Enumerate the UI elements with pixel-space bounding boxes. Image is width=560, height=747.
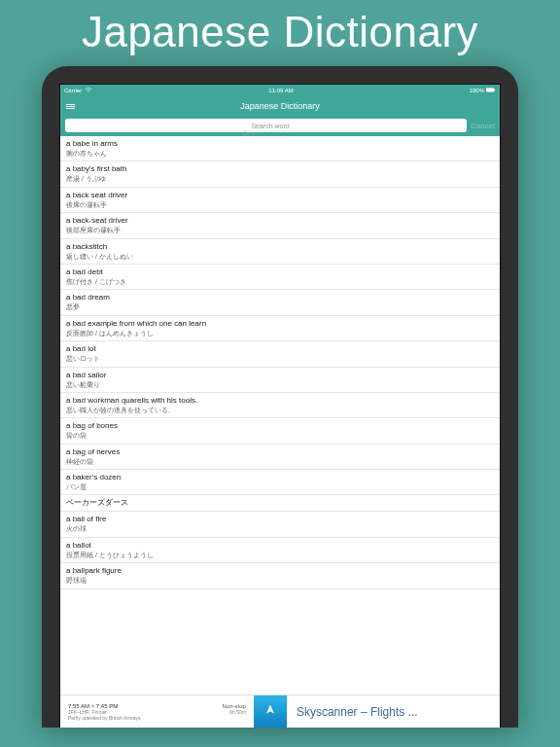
search-input[interactable]: Search word bbox=[65, 119, 467, 132]
list-item[interactable]: a bag of bones骨の袋 bbox=[60, 418, 500, 444]
list-item[interactable]: a bag of nerves神経の袋 bbox=[60, 445, 500, 470]
entry-english: a ball of fire bbox=[66, 515, 494, 524]
entry-english: a bad example from which one can learn bbox=[66, 319, 494, 329]
entry-english: a bad workman quarells with his tools. bbox=[66, 396, 494, 406]
entry-list[interactable]: a babe in arms腕の赤ちゃんa baby's first bath産… bbox=[60, 136, 500, 589]
svg-rect-0 bbox=[486, 89, 494, 92]
list-item[interactable]: a bad lot悪いロット bbox=[60, 341, 500, 367]
nav-title: Japanese Dictionary bbox=[240, 101, 320, 111]
entry-japanese: 悪夢 bbox=[66, 303, 494, 311]
cancel-button[interactable]: Cancel bbox=[471, 122, 495, 130]
svg-rect-1 bbox=[494, 89, 495, 91]
list-item[interactable]: a backstitch返し縫い / かえしぬい bbox=[60, 239, 500, 265]
entry-english: a bad lot bbox=[66, 344, 494, 354]
list-item[interactable]: a bad sailor悪い船乗り bbox=[60, 368, 500, 393]
entry-japanese: 悪い職人が彼の道具を使っている。 bbox=[66, 407, 494, 414]
entry-english: a bad sailor bbox=[66, 371, 494, 380]
entry-english: a ballot bbox=[66, 541, 494, 551]
entry-japanese: パン屋 bbox=[66, 483, 494, 491]
hero-title: Japanese Dictionary bbox=[0, 8, 560, 56]
ad-flight-info: 7:55 AM > 7:45 PM JFK–LHR, Finnair Partl… bbox=[60, 700, 254, 724]
ad-title: Skyscanner – Flights ... bbox=[287, 705, 500, 719]
list-item[interactable]: a baker's dozenパン屋 bbox=[60, 470, 500, 495]
entry-english: a bad dream bbox=[66, 293, 494, 302]
status-bar: Carrier 11:09 AM 100% bbox=[60, 85, 500, 96]
entry-japanese: 後部座席の運転手 bbox=[66, 227, 494, 234]
entry-japanese: 神経の袋 bbox=[66, 458, 494, 466]
list-item[interactable]: a back seat driver後席の運転手 bbox=[60, 188, 500, 213]
battery-pct: 100% bbox=[470, 88, 484, 93]
entry-english: a backstitch bbox=[66, 242, 494, 252]
skyscanner-logo-icon bbox=[254, 695, 287, 729]
search-row: Search word Cancel bbox=[60, 116, 500, 136]
entry-japanese: 投票用紙 / とうひょうようし bbox=[66, 551, 494, 559]
entry-japanese: 焦げ付き / こげつき bbox=[66, 278, 494, 286]
list-item[interactable]: a bad dream悪夢 bbox=[60, 290, 500, 315]
entry-japanese: 骨の袋 bbox=[66, 432, 494, 440]
ad-operated: Partly operated by British Airways bbox=[68, 715, 140, 721]
list-item[interactable]: a ball of fire火の球 bbox=[60, 512, 500, 537]
list-item[interactable]: a bad example from which one can learn反面… bbox=[60, 316, 500, 341]
entry-japanese: 産湯 / うぶゆ bbox=[66, 175, 494, 183]
list-item[interactable]: a ballot投票用紙 / とうひょうようし bbox=[60, 538, 500, 563]
list-item[interactable]: a bad debt焦げ付き / こげつき bbox=[60, 265, 500, 290]
entry-japanese: 火の球 bbox=[66, 525, 494, 533]
entry-english: a baker's dozen bbox=[66, 473, 494, 482]
entry-japanese: 後席の運転手 bbox=[66, 201, 494, 209]
entry-japanese: 悪い船乗り bbox=[66, 381, 494, 389]
entry-english: a back seat driver bbox=[66, 191, 494, 200]
entry-english: a ballpark figure bbox=[66, 566, 494, 576]
entry-english: a back-seat driver bbox=[66, 216, 494, 226]
carrier-label: Carrier bbox=[64, 88, 82, 93]
entry-english: a baby's first bath bbox=[66, 164, 494, 174]
ad-nonstop: Non-stop bbox=[223, 703, 246, 709]
svg-line-3 bbox=[247, 134, 249, 136]
ad-duration: 6h 50m bbox=[223, 709, 246, 715]
search-icon bbox=[242, 123, 248, 128]
entry-japanese: 返し縫い / かえしぬい bbox=[66, 253, 494, 261]
tablet-screen: Carrier 11:09 AM 100% Japanese Dictionar… bbox=[59, 84, 501, 728]
status-time: 11:09 AM bbox=[268, 88, 293, 93]
wifi-icon bbox=[85, 88, 92, 93]
list-item[interactable]: a bad workman quarells with his tools.悪い… bbox=[60, 393, 500, 418]
nav-bar: Japanese Dictionary bbox=[60, 96, 500, 116]
entry-english: a bag of nerves bbox=[66, 447, 494, 457]
hero-banner: Japanese Dictionary bbox=[0, 0, 560, 62]
entry-japanese: 野球場 bbox=[66, 577, 494, 585]
list-item[interactable]: a back-seat driver後部座席の運転手 bbox=[60, 213, 500, 238]
list-item[interactable]: a babe in arms腕の赤ちゃん bbox=[60, 136, 500, 161]
entry-japanese: 反面教師 / はんめんきょうし bbox=[66, 330, 494, 338]
ad-banner[interactable]: 7:55 AM > 7:45 PM JFK–LHR, Finnair Partl… bbox=[60, 694, 500, 728]
list-item[interactable]: a baby's first bath産湯 / うぶゆ bbox=[60, 161, 500, 187]
entry-english: a babe in arms bbox=[66, 139, 494, 149]
list-item[interactable]: a ballpark figure野球場 bbox=[60, 563, 500, 588]
entry-english: a bad debt bbox=[66, 267, 494, 277]
tablet-frame: Carrier 11:09 AM 100% Japanese Dictionar… bbox=[42, 66, 518, 728]
battery-icon bbox=[486, 88, 496, 93]
entry-japanese: 腕の赤ちゃん bbox=[66, 150, 494, 158]
search-placeholder: Search word bbox=[251, 123, 289, 129]
menu-icon[interactable] bbox=[66, 104, 75, 109]
svg-point-2 bbox=[243, 131, 247, 135]
list-item[interactable]: ベーカーズダース bbox=[60, 495, 500, 512]
entry-english: a bag of bones bbox=[66, 421, 494, 431]
entry-japanese: ベーカーズダース bbox=[66, 498, 494, 508]
entry-japanese: 悪いロット bbox=[66, 355, 494, 363]
